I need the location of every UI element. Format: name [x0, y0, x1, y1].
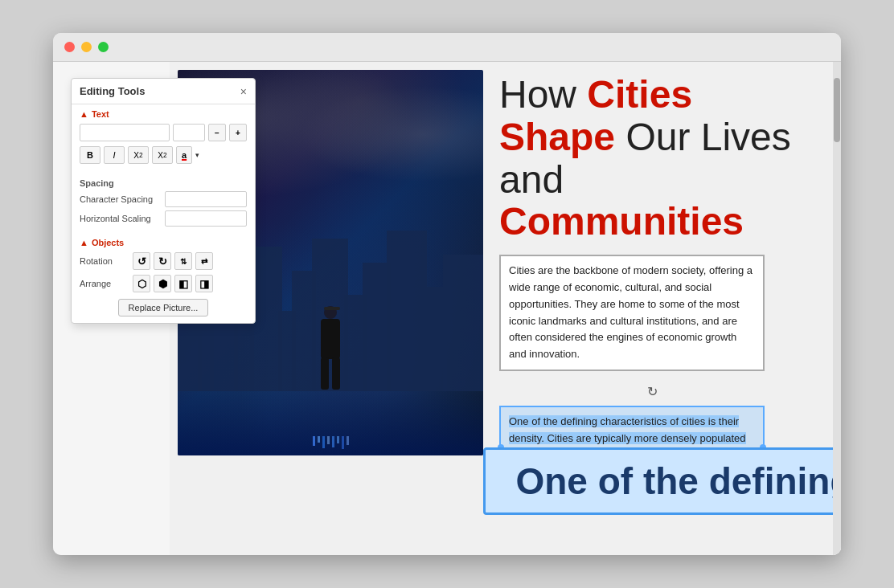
document-area: How Cities Shape Our Lives and Communiti… [170, 62, 841, 555]
horizontal-scaling-row: Horizontal Scaling [80, 210, 247, 227]
traffic-light-yellow[interactable] [81, 42, 92, 52]
font-toolbar-row: − + [80, 124, 247, 141]
svg-rect-2 [324, 307, 340, 310]
svg-rect-1 [321, 319, 340, 359]
panel-header: Editing Tools × [72, 79, 255, 104]
font-family-select[interactable] [80, 124, 170, 141]
arrange-icons: ⬡ ⬢ ◧ ◨ [133, 275, 213, 292]
rotate-cw-btn[interactable]: ↻ [154, 252, 171, 270]
format-toolbar-row: B I X2 X2 a ▾ [80, 146, 247, 164]
spacing-section: Spacing Character Spacing Horizontal Sca… [72, 175, 255, 235]
title-and: and [499, 158, 564, 201]
rotation-icons: ↺ ↻ ⇅ ⇄ [133, 252, 213, 270]
title-shape: Shape [499, 116, 615, 158]
scrollbar[interactable] [833, 62, 841, 555]
spacing-label: Spacing [80, 178, 247, 188]
scrollbar-thumb[interactable] [834, 78, 840, 142]
bring-forward-btn[interactable]: ⬢ [154, 275, 171, 292]
person-silhouette [306, 303, 355, 399]
objects-arrow: ▲ [80, 238, 88, 247]
building [387, 231, 427, 391]
character-spacing-select[interactable] [165, 191, 247, 207]
rotate-ccw-btn[interactable]: ↺ [133, 252, 150, 270]
title-cities: Cities [587, 73, 692, 116]
title-how: How [499, 73, 587, 116]
arrange-label: Arrange [80, 279, 128, 288]
editing-panel: Editing Tools × ▲ Text − [71, 78, 256, 324]
bold-button[interactable]: B [80, 146, 100, 164]
preview-text: One of the defining [515, 459, 841, 503]
preview-box: One of the defining [483, 447, 841, 515]
character-spacing-label: Character Spacing [80, 194, 160, 204]
font-increase-btn[interactable]: + [229, 124, 247, 141]
flip-vertical-btn[interactable]: ⇅ [174, 252, 192, 270]
replace-picture-button[interactable]: Replace Picture... [118, 299, 209, 316]
close-button[interactable]: × [240, 86, 247, 97]
reload-icon: ↻ [499, 384, 805, 399]
text-section: ▲ Text − + B I [72, 104, 255, 175]
traffic-light-red[interactable] [64, 42, 75, 52]
objects-section-header[interactable]: ▲ Objects [80, 238, 247, 247]
text-section-arrow: ▲ [80, 109, 88, 119]
superscript-button[interactable]: X2 [152, 146, 173, 164]
traffic-light-green[interactable] [98, 42, 109, 52]
city-lights [178, 391, 483, 455]
text-color-button[interactable]: a [176, 146, 192, 164]
objects-label: Objects [92, 238, 124, 247]
svg-rect-3 [321, 357, 329, 390]
flip-horizontal-btn[interactable]: ⇄ [195, 252, 213, 270]
browser-titlebar [53, 33, 841, 62]
font-size-select[interactable] [173, 124, 205, 141]
horizontal-scaling-select[interactable] [165, 210, 247, 227]
text-content-area: How Cities Shape Our Lives and Communiti… [499, 74, 805, 501]
panel-title: Editing Tools [80, 85, 145, 97]
main-title: How Cities Shape Our Lives and Communiti… [499, 74, 805, 243]
align-right-btn[interactable]: ◨ [195, 275, 213, 292]
horizontal-scaling-label: Horizontal Scaling [80, 214, 160, 223]
title-our-lives: Our Lives [615, 116, 791, 158]
italic-button[interactable]: I [104, 146, 125, 164]
building [443, 255, 483, 391]
text-box-paragraph1[interactable]: Cities are the backbone of modern societ… [499, 255, 765, 371]
character-spacing-row: Character Spacing [80, 191, 247, 207]
browser-content: How Cities Shape Our Lives and Communiti… [53, 62, 841, 555]
align-left-btn[interactable]: ◧ [174, 275, 192, 292]
subscript-button[interactable]: X2 [128, 146, 149, 164]
color-dropdown-arrow[interactable]: ▾ [195, 151, 199, 159]
send-back-btn[interactable]: ⬡ [133, 275, 150, 292]
arrange-row: Arrange ⬡ ⬢ ◧ ◨ [80, 275, 247, 292]
rotation-label: Rotation [80, 256, 128, 266]
browser-window: How Cities Shape Our Lives and Communiti… [53, 33, 841, 555]
text-section-label: Text [92, 109, 109, 119]
objects-section: ▲ Objects Rotation ↺ ↻ ⇅ ⇄ Arrange [72, 235, 255, 323]
svg-rect-4 [332, 357, 340, 390]
title-communities: Communities [499, 200, 744, 243]
paragraph1-text: Cities are the backbone of modern societ… [509, 264, 753, 360]
font-decrease-btn[interactable]: − [208, 124, 226, 141]
rotation-row: Rotation ↺ ↻ ⇅ ⇄ [80, 252, 247, 270]
text-section-header[interactable]: ▲ Text [80, 109, 247, 119]
